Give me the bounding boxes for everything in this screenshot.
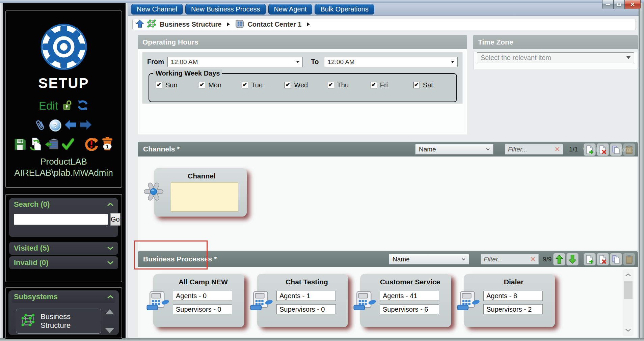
edit-link[interactable]: Edit	[39, 100, 58, 112]
breadcrumb-separator-icon[interactable]	[227, 22, 230, 28]
day-checkbox-sat[interactable]: Sat	[413, 81, 456, 89]
channel-card-field[interactable]	[171, 182, 238, 212]
channels-filter[interactable]: ✕	[505, 144, 563, 154]
delete-channel-button[interactable]	[597, 143, 609, 156]
visited-accordion-header[interactable]: Visited (5)	[9, 242, 118, 255]
breadcrumb-up-icon[interactable]	[136, 20, 144, 29]
day-checkbox-tue[interactable]: Tue	[242, 81, 285, 89]
pending-trash-icon[interactable]: 1	[101, 137, 113, 152]
sync-files-icon[interactable]	[29, 138, 42, 152]
breadcrumb-separator-icon[interactable]	[307, 22, 310, 28]
delete-business-process-button[interactable]	[597, 253, 609, 265]
invalid-accordion-header[interactable]: Invalid (0)	[9, 256, 118, 269]
new-business-process-button[interactable]: New Business Process	[185, 4, 266, 15]
save-icon[interactable]	[14, 138, 26, 151]
checkbox[interactable]	[242, 82, 248, 88]
bp-agents-field[interactable]: Agents - 8	[483, 291, 543, 301]
checkbox[interactable]	[371, 82, 377, 88]
subsystems-accordion-header[interactable]: Subsystems	[12, 290, 115, 303]
breadcrumb-current[interactable]: Contact Center 1	[247, 21, 301, 28]
bp-card[interactable]: Dialer Agents - 8 Supervisors - 2	[464, 274, 555, 327]
paste-business-process-button[interactable]	[623, 253, 635, 265]
window-frame-right	[639, 3, 644, 341]
bp-sort-dropdown[interactable]: Name	[389, 254, 469, 264]
filter-clear-icon[interactable]: ✕	[530, 255, 536, 263]
new-channel-button[interactable]: New Channel	[131, 4, 183, 15]
search-go-button[interactable]: Go	[110, 213, 120, 226]
bp-supervisors-field[interactable]: Supervisors - 0	[276, 304, 336, 314]
window-titlebar[interactable]	[0, 0, 644, 3]
bp-card[interactable]: Chat Testing Agents - 1 Supervisors - 0	[257, 274, 348, 327]
bp-supervisors-field[interactable]: Supervisors - 6	[380, 304, 439, 314]
register-icon	[146, 288, 169, 312]
move-down-button[interactable]	[566, 253, 579, 265]
search-accordion-header[interactable]: Search (0)	[9, 198, 118, 211]
help-icon[interactable]: ?	[50, 120, 61, 131]
paste-channel-button[interactable]	[623, 143, 635, 156]
filter-clear-icon[interactable]: ✕	[555, 145, 560, 153]
bulk-operations-button[interactable]: Bulk Operations	[315, 4, 374, 15]
to-time-dropdown[interactable]: 12:00 AM	[324, 57, 458, 67]
back-arrow-icon[interactable]	[65, 120, 76, 131]
copy-channel-button[interactable]	[610, 143, 622, 156]
day-checkbox-mon[interactable]: Mon	[199, 81, 242, 89]
maximize-button[interactable]	[613, 0, 625, 9]
day-checkbox-fri[interactable]: Fri	[371, 81, 413, 89]
bp-card-title: Dialer	[464, 274, 555, 286]
breadcrumb-root[interactable]: Business Structure	[160, 21, 221, 28]
channels-filter-input[interactable]	[508, 146, 553, 153]
subsystems-scroll-up-icon[interactable]	[105, 309, 114, 314]
channels-sort-dropdown[interactable]: Name	[415, 144, 493, 154]
copy-business-process-button[interactable]	[610, 253, 622, 265]
checkbox[interactable]	[156, 82, 162, 88]
bp-filter-input[interactable]	[484, 256, 529, 263]
new-agent-button[interactable]: New Agent	[268, 4, 313, 15]
delete-document-icon	[599, 255, 607, 264]
day-checkbox-thu[interactable]: Thu	[328, 81, 371, 89]
add-channel-button[interactable]	[584, 143, 596, 156]
bp-agents-field[interactable]: Agents - 1	[276, 291, 336, 301]
day-checkbox-sun[interactable]: Sun	[156, 81, 199, 89]
add-document-icon	[586, 255, 594, 264]
bp-supervisors-field[interactable]: Supervisors - 0	[173, 304, 232, 314]
business-processes-title: Business Processes *	[143, 255, 217, 263]
scroll-down-icon[interactable]	[625, 327, 631, 333]
scroll-up-icon[interactable]	[625, 272, 631, 278]
bp-agents-field[interactable]: Agents - 41	[380, 291, 439, 301]
sidebar-item-business-structure[interactable]: Business Structure	[16, 309, 101, 334]
channel-card[interactable]: Channel	[154, 168, 247, 217]
bp-supervisors-field[interactable]: Supervisors - 2	[483, 304, 543, 314]
add-business-process-button[interactable]	[584, 253, 596, 265]
bp-agents-field[interactable]: Agents - 0	[173, 291, 232, 301]
export-server-icon[interactable]	[45, 138, 59, 151]
bp-card[interactable]: Customer Service Agents - 41 Supervisors…	[360, 274, 451, 327]
chevron-down-icon	[107, 260, 113, 266]
from-time-dropdown[interactable]: 12:00 AM	[167, 57, 303, 67]
scrollbar-thumb[interactable]	[624, 281, 633, 299]
copy-icon	[612, 255, 620, 264]
checkbox[interactable]	[328, 82, 334, 88]
subsystems-scroll-down-icon[interactable]	[105, 328, 114, 333]
forward-arrow-icon[interactable]	[80, 120, 91, 131]
minimize-button[interactable]	[602, 0, 614, 9]
bp-scrollbar[interactable]	[623, 269, 634, 336]
pending-refresh-icon[interactable]	[85, 137, 98, 152]
subsystems-accordion-label: Subsystems	[14, 292, 58, 301]
maximize-icon	[617, 3, 621, 6]
checkbox[interactable]	[285, 82, 291, 88]
sidebar-subsystems-section: Subsystems	[5, 287, 122, 338]
move-up-button[interactable]	[553, 253, 565, 265]
checkbox[interactable]	[413, 82, 420, 88]
bp-card[interactable]: All Camp NEW Agents - 0 Supervisors - 0	[153, 274, 244, 327]
checkbox[interactable]	[199, 82, 205, 88]
attachment-icon[interactable]	[33, 117, 49, 134]
add-document-icon	[586, 145, 594, 154]
day-checkbox-wed[interactable]: Wed	[285, 81, 327, 89]
bp-filter[interactable]: ✕	[481, 254, 539, 264]
refresh-icon[interactable]	[77, 100, 88, 112]
close-button[interactable]: ✕	[624, 0, 641, 9]
search-row: Go	[9, 211, 118, 226]
time-zone-dropdown[interactable]: Select the relevant item	[477, 52, 634, 63]
search-input[interactable]	[14, 214, 108, 225]
validate-check-icon[interactable]	[62, 138, 74, 151]
